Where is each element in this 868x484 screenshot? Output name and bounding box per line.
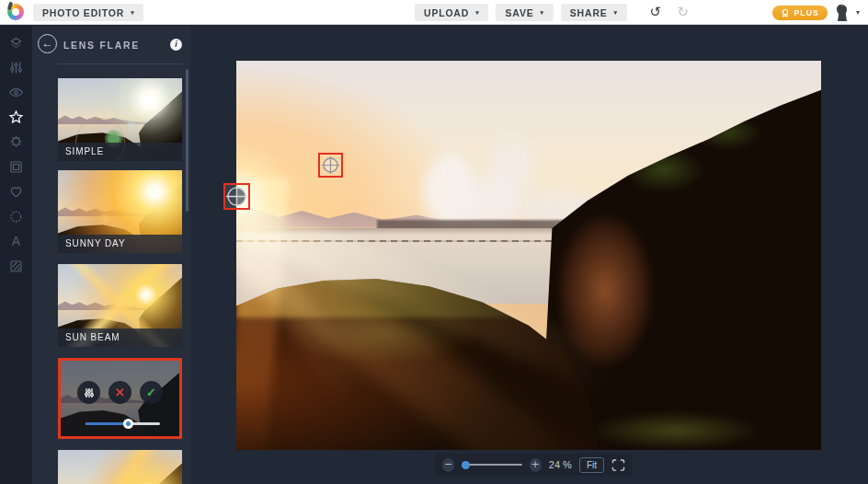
user-avatar[interactable] xyxy=(834,4,850,22)
effect-intensity-slider[interactable] xyxy=(86,422,160,425)
effect-label: SUN BEAM xyxy=(58,328,182,347)
caret-down-icon: ▾ xyxy=(614,9,618,16)
slider-fill xyxy=(86,422,129,425)
topbar-actions: UPLOAD ▾ SAVE ▾ SHARE ▾ ↺ ↻ xyxy=(415,4,693,21)
flare-endpoint-handle[interactable] xyxy=(318,153,343,178)
effect-thumb-simple[interactable]: SIMPLE xyxy=(58,78,182,161)
zoom-toolbar: − + 24 % Fit xyxy=(435,454,633,476)
effect-controls: ✕ ✓ xyxy=(61,381,179,404)
save-label: SAVE xyxy=(505,7,533,18)
zoom-level-value: 24 % xyxy=(549,459,572,470)
info-icon[interactable]: i xyxy=(170,39,182,51)
photo-image xyxy=(236,61,821,450)
caret-down-icon: ▾ xyxy=(540,9,543,16)
panel-scrollbar[interactable] xyxy=(186,69,188,212)
share-label: SHARE xyxy=(570,7,608,18)
back-icon[interactable]: ← xyxy=(38,34,57,53)
photo-warm-wash xyxy=(236,275,499,450)
effect-thumbnail-list: SIMPLE SUNNY DAY SUN BEAM ✕ xyxy=(58,78,182,484)
brand-logo-icon[interactable] xyxy=(7,4,24,20)
effect-thumb-partial[interactable] xyxy=(58,450,182,484)
panel-title: LENS FLARE xyxy=(63,40,140,51)
check-icon: ✓ xyxy=(146,386,156,398)
photo-canvas[interactable] xyxy=(236,61,821,450)
effect-thumb-sunny-day[interactable]: SUNNY DAY xyxy=(58,170,182,253)
text-icon[interactable]: A xyxy=(8,233,25,249)
medal-icon xyxy=(781,8,790,17)
effect-label: SIMPLE xyxy=(58,143,182,161)
canvas-area: − + 24 % Fit xyxy=(190,26,868,484)
fullscreen-icon[interactable] xyxy=(611,459,625,471)
star-icon[interactable] xyxy=(8,109,25,125)
frame-icon[interactable] xyxy=(8,158,25,175)
share-button[interactable]: SHARE ▾ xyxy=(561,4,627,21)
zoom-in-icon[interactable]: + xyxy=(530,458,542,472)
crosshair-icon xyxy=(226,186,247,207)
redo-icon[interactable]: ↻ xyxy=(673,4,693,21)
plus-label: PLUS xyxy=(794,8,819,17)
upload-button[interactable]: UPLOAD ▾ xyxy=(415,4,488,21)
sparkle-icon[interactable] xyxy=(8,133,25,150)
zoom-slider-handle[interactable] xyxy=(462,461,470,469)
eye-icon[interactable] xyxy=(8,84,25,100)
caret-down-icon: ▾ xyxy=(475,9,479,16)
account-caret-icon[interactable]: ▾ xyxy=(856,9,860,17)
effect-label: SUNNY DAY xyxy=(58,235,182,253)
adjustments-icon xyxy=(84,387,95,398)
lens-flare-panel: ← LENS FLARE i SIMPLE SUNNY DAY SUN BEAM xyxy=(32,26,190,484)
heart-icon[interactable] xyxy=(8,183,25,200)
app-menu-button[interactable]: PHOTO EDITOR ▾ xyxy=(33,4,143,21)
crosshair-icon xyxy=(322,156,339,174)
zoom-out-icon[interactable]: − xyxy=(442,458,454,472)
texture-icon[interactable] xyxy=(8,258,25,274)
tool-strip: A xyxy=(0,26,32,484)
text-tool-glyph: A xyxy=(12,234,20,248)
cancel-effect-button[interactable]: ✕ xyxy=(108,381,131,404)
caret-down-icon: ▾ xyxy=(131,9,134,16)
topbar-account: PLUS ▾ xyxy=(772,3,861,22)
zoom-slider[interactable] xyxy=(462,464,521,467)
save-button[interactable]: SAVE ▾ xyxy=(496,4,553,21)
adjustments-icon[interactable] xyxy=(8,59,25,75)
thumb-preview-image xyxy=(58,450,182,484)
upload-label: UPLOAD xyxy=(424,7,469,18)
badge-icon[interactable] xyxy=(8,208,25,225)
close-icon: ✕ xyxy=(115,386,125,398)
effect-thumb-sun-beam[interactable]: SUN BEAM xyxy=(58,264,182,347)
top-bar: PHOTO EDITOR ▾ UPLOAD ▾ SAVE ▾ SHARE ▾ ↺… xyxy=(0,0,868,25)
effect-settings-button[interactable] xyxy=(77,381,100,404)
panel-divider xyxy=(58,63,183,64)
plus-upgrade-button[interactable]: PLUS xyxy=(772,6,828,20)
flare-source-handle[interactable] xyxy=(223,183,250,210)
app-menu-label: PHOTO EDITOR xyxy=(42,7,124,18)
effect-thumb-selected[interactable]: ✕ ✓ xyxy=(58,358,182,439)
layers-icon[interactable] xyxy=(8,34,25,51)
fit-button[interactable]: Fit xyxy=(579,457,604,473)
apply-effect-button[interactable]: ✓ xyxy=(140,381,163,404)
undo-icon[interactable]: ↺ xyxy=(645,4,666,21)
photo-editor-app: PHOTO EDITOR ▾ UPLOAD ▾ SAVE ▾ SHARE ▾ ↺… xyxy=(0,0,868,484)
